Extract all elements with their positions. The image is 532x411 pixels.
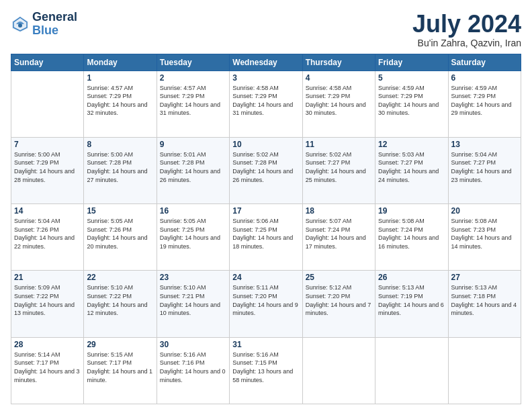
day-number: 29 (87, 340, 153, 349)
day-info: Sunrise: 5:02 AM Sunset: 7:27 PM Dayligh… (306, 150, 372, 184)
subtitle: Bu'in Zahra, Qazvin, Iran (412, 38, 521, 48)
day-number: 25 (306, 273, 372, 282)
day-info: Sunrise: 5:07 AM Sunset: 7:24 PM Dayligh… (306, 217, 372, 250)
day-number: 23 (160, 273, 226, 282)
table-row: 19Sunrise: 5:08 AM Sunset: 7:24 PM Dayli… (375, 204, 448, 271)
day-number: 12 (378, 140, 445, 149)
col-monday: Monday (84, 54, 157, 71)
logo-text: General Blue (32, 11, 77, 38)
table-row (375, 337, 448, 404)
table-row: 29Sunrise: 5:15 AM Sunset: 7:17 PM Dayli… (84, 337, 157, 404)
day-info: Sunrise: 5:04 AM Sunset: 7:27 PM Dayligh… (451, 150, 518, 184)
day-info: Sunrise: 5:09 AM Sunset: 7:22 PM Dayligh… (14, 283, 81, 317)
table-row: 4Sunrise: 4:58 AM Sunset: 7:29 PM Daylig… (302, 71, 375, 137)
day-number: 4 (306, 73, 372, 83)
table-row: 24Sunrise: 5:11 AM Sunset: 7:20 PM Dayli… (230, 271, 302, 337)
svg-point-2 (18, 24, 22, 28)
calendar-week-row: 1Sunrise: 4:57 AM Sunset: 7:29 PM Daylig… (11, 71, 521, 137)
day-number: 18 (306, 206, 372, 216)
day-number: 28 (14, 340, 81, 349)
day-number: 17 (232, 206, 299, 216)
table-row: 18Sunrise: 5:07 AM Sunset: 7:24 PM Dayli… (302, 204, 375, 271)
table-row: 22Sunrise: 5:10 AM Sunset: 7:22 PM Dayli… (84, 271, 157, 337)
table-row: 21Sunrise: 5:09 AM Sunset: 7:22 PM Dayli… (11, 271, 84, 337)
day-info: Sunrise: 5:06 AM Sunset: 7:25 PM Dayligh… (232, 217, 299, 250)
day-info: Sunrise: 5:08 AM Sunset: 7:24 PM Dayligh… (378, 217, 445, 250)
day-info: Sunrise: 4:58 AM Sunset: 7:29 PM Dayligh… (232, 84, 299, 118)
table-row: 31Sunrise: 5:16 AM Sunset: 7:15 PM Dayli… (230, 337, 302, 404)
main-title: July 2024 (412, 11, 521, 38)
table-row: 15Sunrise: 5:05 AM Sunset: 7:26 PM Dayli… (84, 204, 157, 271)
day-number: 1 (87, 73, 153, 83)
table-row: 30Sunrise: 5:16 AM Sunset: 7:16 PM Dayli… (157, 337, 229, 404)
day-number: 26 (378, 273, 445, 282)
col-tuesday: Tuesday (157, 54, 229, 71)
day-info: Sunrise: 5:05 AM Sunset: 7:25 PM Dayligh… (160, 217, 226, 250)
table-row (448, 337, 521, 404)
calendar-table: Sunday Monday Tuesday Wednesday Thursday… (11, 54, 521, 404)
calendar-week-row: 7Sunrise: 5:00 AM Sunset: 7:29 PM Daylig… (11, 137, 521, 203)
day-info: Sunrise: 5:15 AM Sunset: 7:17 PM Dayligh… (87, 351, 153, 384)
table-row: 27Sunrise: 5:13 AM Sunset: 7:18 PM Dayli… (448, 271, 521, 337)
col-thursday: Thursday (302, 54, 375, 71)
day-info: Sunrise: 5:01 AM Sunset: 7:28 PM Dayligh… (160, 150, 226, 184)
day-info: Sunrise: 5:00 AM Sunset: 7:28 PM Dayligh… (87, 150, 153, 184)
day-number: 13 (451, 140, 518, 149)
day-number: 21 (14, 273, 81, 282)
day-info: Sunrise: 4:57 AM Sunset: 7:29 PM Dayligh… (87, 84, 153, 118)
day-info: Sunrise: 4:58 AM Sunset: 7:29 PM Dayligh… (306, 84, 372, 118)
table-row: 1Sunrise: 4:57 AM Sunset: 7:29 PM Daylig… (84, 71, 157, 137)
table-row: 11Sunrise: 5:02 AM Sunset: 7:27 PM Dayli… (302, 137, 375, 203)
day-number: 20 (451, 206, 518, 216)
title-block: July 2024 Bu'in Zahra, Qazvin, Iran (412, 11, 521, 48)
table-row: 14Sunrise: 5:04 AM Sunset: 7:26 PM Dayli… (11, 204, 84, 271)
day-info: Sunrise: 5:02 AM Sunset: 7:28 PM Dayligh… (232, 150, 299, 184)
table-row: 5Sunrise: 4:59 AM Sunset: 7:29 PM Daylig… (375, 71, 448, 137)
day-number: 7 (14, 140, 81, 149)
col-wednesday: Wednesday (230, 54, 302, 71)
table-row: 8Sunrise: 5:00 AM Sunset: 7:28 PM Daylig… (84, 137, 157, 203)
table-row: 25Sunrise: 5:12 AM Sunset: 7:20 PM Dayli… (302, 271, 375, 337)
table-row: 10Sunrise: 5:02 AM Sunset: 7:28 PM Dayli… (230, 137, 302, 203)
table-row: 3Sunrise: 4:58 AM Sunset: 7:29 PM Daylig… (230, 71, 302, 137)
table-row: 6Sunrise: 4:59 AM Sunset: 7:29 PM Daylig… (448, 71, 521, 137)
day-info: Sunrise: 5:16 AM Sunset: 7:16 PM Dayligh… (160, 351, 226, 384)
day-number: 15 (87, 206, 153, 216)
day-info: Sunrise: 5:03 AM Sunset: 7:27 PM Dayligh… (378, 150, 445, 184)
day-info: Sunrise: 5:10 AM Sunset: 7:22 PM Dayligh… (87, 283, 153, 317)
day-info: Sunrise: 5:08 AM Sunset: 7:23 PM Dayligh… (451, 217, 518, 250)
day-info: Sunrise: 5:10 AM Sunset: 7:21 PM Dayligh… (160, 283, 226, 317)
day-number: 31 (232, 340, 299, 349)
col-saturday: Saturday (448, 54, 521, 71)
day-number: 10 (232, 140, 299, 149)
day-info: Sunrise: 5:04 AM Sunset: 7:26 PM Dayligh… (14, 217, 81, 250)
day-info: Sunrise: 5:00 AM Sunset: 7:29 PM Dayligh… (14, 150, 81, 184)
table-row: 7Sunrise: 5:00 AM Sunset: 7:29 PM Daylig… (11, 137, 84, 203)
day-info: Sunrise: 5:12 AM Sunset: 7:20 PM Dayligh… (306, 283, 372, 317)
day-number: 19 (378, 206, 445, 216)
day-number: 27 (451, 273, 518, 282)
day-number: 11 (306, 140, 372, 149)
day-info: Sunrise: 4:59 AM Sunset: 7:29 PM Dayligh… (378, 84, 445, 118)
table-row: 20Sunrise: 5:08 AM Sunset: 7:23 PM Dayli… (448, 204, 521, 271)
table-row: 2Sunrise: 4:57 AM Sunset: 7:29 PM Daylig… (157, 71, 229, 137)
calendar-header-row: Sunday Monday Tuesday Wednesday Thursday… (11, 54, 521, 71)
day-info: Sunrise: 5:13 AM Sunset: 7:19 PM Dayligh… (378, 283, 445, 317)
table-row: 17Sunrise: 5:06 AM Sunset: 7:25 PM Dayli… (230, 204, 302, 271)
calendar-week-row: 21Sunrise: 5:09 AM Sunset: 7:22 PM Dayli… (11, 271, 521, 337)
day-info: Sunrise: 5:13 AM Sunset: 7:18 PM Dayligh… (451, 283, 518, 317)
day-info: Sunrise: 5:05 AM Sunset: 7:26 PM Dayligh… (87, 217, 153, 250)
day-number: 9 (160, 140, 226, 149)
calendar-week-row: 28Sunrise: 5:14 AM Sunset: 7:17 PM Dayli… (11, 337, 521, 404)
day-info: Sunrise: 4:57 AM Sunset: 7:29 PM Dayligh… (160, 84, 226, 118)
table-row (302, 337, 375, 404)
calendar-week-row: 14Sunrise: 5:04 AM Sunset: 7:26 PM Dayli… (11, 204, 521, 271)
table-row: 16Sunrise: 5:05 AM Sunset: 7:25 PM Dayli… (157, 204, 229, 271)
col-friday: Friday (375, 54, 448, 71)
table-row: 9Sunrise: 5:01 AM Sunset: 7:28 PM Daylig… (157, 137, 229, 203)
page: General Blue July 2024 Bu'in Zahra, Qazv… (0, 0, 532, 411)
day-number: 2 (160, 73, 226, 83)
table-row: 26Sunrise: 5:13 AM Sunset: 7:19 PM Dayli… (375, 271, 448, 337)
table-row: 13Sunrise: 5:04 AM Sunset: 7:27 PM Dayli… (448, 137, 521, 203)
day-number: 24 (232, 273, 299, 282)
